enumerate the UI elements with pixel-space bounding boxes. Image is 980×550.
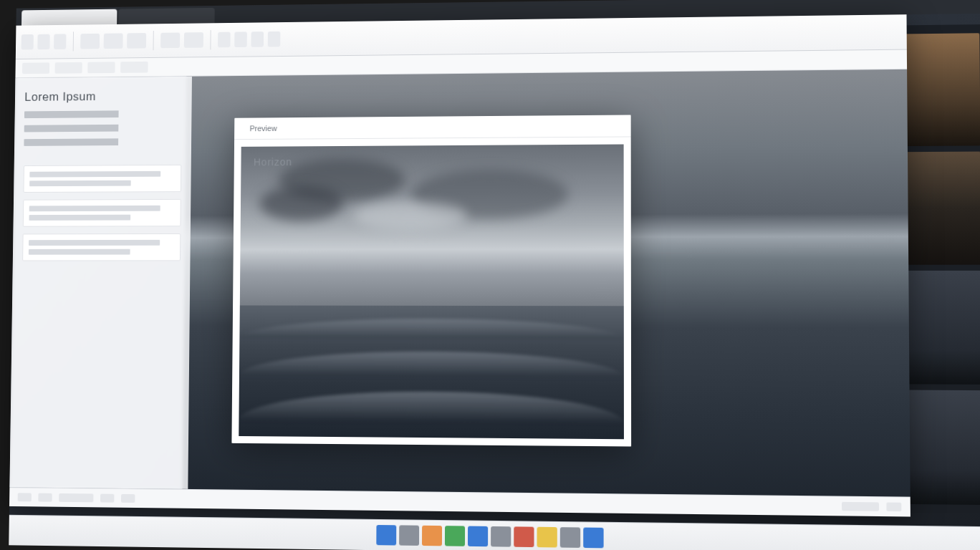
card-text-line xyxy=(29,206,160,211)
status-item[interactable] xyxy=(38,493,52,502)
sky-region xyxy=(240,145,624,307)
preview-image xyxy=(239,145,624,440)
cloud-shape xyxy=(259,185,344,221)
taskbar-app-icon[interactable] xyxy=(422,526,442,546)
card-text-line xyxy=(29,240,160,246)
status-item[interactable] xyxy=(18,493,32,501)
sidebar-text-line xyxy=(24,138,181,146)
preview-caption: Horizon xyxy=(254,156,292,168)
ribbon-button[interactable] xyxy=(127,33,146,49)
taskbar-app-icon[interactable] xyxy=(560,527,580,548)
ribbon-button[interactable] xyxy=(268,32,281,47)
properties-sidebar: Lorem Ipsum xyxy=(9,77,192,489)
status-item[interactable] xyxy=(100,494,114,503)
separator xyxy=(153,31,154,50)
taskbar-app-icon[interactable] xyxy=(537,527,557,548)
card-text-line xyxy=(29,180,131,186)
sidebar-text-line xyxy=(24,124,182,132)
editor-application-window: Lorem Ipsum xyxy=(9,14,911,516)
property-card[interactable] xyxy=(22,233,181,261)
ribbon-button[interactable] xyxy=(80,34,100,49)
toolbar-button[interactable] xyxy=(120,62,148,73)
toolbar-button[interactable] xyxy=(55,62,82,74)
cloud-shape xyxy=(354,201,467,230)
sidebar-title: Lorem Ipsum xyxy=(24,89,182,104)
status-item[interactable] xyxy=(886,503,901,512)
separator xyxy=(73,32,74,51)
taskbar-app-icon[interactable] xyxy=(376,525,396,546)
ribbon-button[interactable] xyxy=(104,33,123,49)
wave-shape xyxy=(239,390,623,423)
browser-tab[interactable] xyxy=(118,8,215,24)
taskbar-app-icon[interactable] xyxy=(445,526,465,546)
card-text-line xyxy=(29,249,130,255)
ribbon-button[interactable] xyxy=(184,32,203,48)
preview-viewport: Horizon xyxy=(239,145,624,440)
wave-shape xyxy=(239,319,623,339)
image-preview-dialog[interactable]: Preview Horizon xyxy=(231,115,631,446)
browser-tab[interactable] xyxy=(21,9,117,26)
taskbar-app-icon[interactable] xyxy=(491,526,511,547)
toolbar-button[interactable] xyxy=(87,62,115,73)
preview-header: Preview xyxy=(234,115,631,140)
ribbon-button[interactable] xyxy=(251,32,264,47)
separator xyxy=(210,30,211,49)
sidebar-subtitle xyxy=(24,110,182,118)
wave-shape xyxy=(239,351,624,377)
ribbon-button[interactable] xyxy=(160,32,180,48)
card-text-line xyxy=(29,215,131,221)
toolbar-button[interactable] xyxy=(22,62,49,74)
os-taskbar xyxy=(9,515,980,550)
preview-tab[interactable]: Preview xyxy=(243,121,284,135)
zoom-control[interactable] xyxy=(842,502,879,511)
status-item[interactable] xyxy=(59,493,93,502)
ribbon-button[interactable] xyxy=(218,32,231,48)
taskbar-app-icon[interactable] xyxy=(514,526,534,547)
card-text-line xyxy=(29,171,160,178)
property-card[interactable] xyxy=(23,165,181,193)
desktop-background: Lorem Ipsum xyxy=(9,0,980,550)
taskbar-app-icon[interactable] xyxy=(468,526,488,547)
ribbon-button[interactable] xyxy=(21,34,34,49)
ribbon-button[interactable] xyxy=(234,32,247,47)
taskbar-app-icon[interactable] xyxy=(399,525,419,546)
taskbar-app-icon[interactable] xyxy=(583,528,603,549)
property-card[interactable] xyxy=(23,199,181,227)
monitor-frame: Lorem Ipsum xyxy=(9,0,980,550)
ribbon-button[interactable] xyxy=(37,34,49,49)
workspace-canvas: Lorem Ipsum xyxy=(9,69,910,497)
ribbon-button[interactable] xyxy=(54,34,66,49)
status-item[interactable] xyxy=(121,494,135,503)
sea-region xyxy=(239,305,624,439)
